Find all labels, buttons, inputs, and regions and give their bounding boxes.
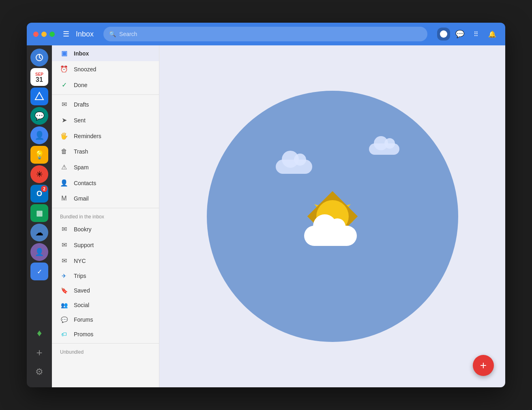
minimize-button[interactable] xyxy=(41,32,47,37)
sidebar-item-social[interactable]: 👥 Social xyxy=(52,298,159,312)
dock-item-profile[interactable]: 👤 xyxy=(30,243,48,261)
sidebar-item-done[interactable]: ✓ Done xyxy=(52,77,159,93)
search-icon: 🔍 xyxy=(109,31,116,37)
sidebar-item-reminders[interactable]: 🖐 Reminders xyxy=(52,128,159,144)
sidebar-label-snoozed: Snoozed xyxy=(74,66,96,73)
divider-3 xyxy=(52,343,159,344)
sidebar-label-done: Done xyxy=(74,82,87,88)
sidebar-label-saved: Saved xyxy=(74,287,90,294)
trips-icon: ✈ xyxy=(60,273,68,279)
sidebar-item-sent[interactable]: ➤ Sent xyxy=(52,112,159,128)
sidebar-label-trips: Trips xyxy=(74,273,86,279)
spam-icon: ⚠ xyxy=(60,163,68,171)
sidebar-label-support: Support xyxy=(74,242,94,248)
main-area: SEP 31 💬 👤 💡 ✳ O 2 ▦ ☁ 👤 ✓ ♦ xyxy=(27,45,505,387)
done-icon: ✓ xyxy=(60,81,68,89)
sidebar-label-reminders: Reminders xyxy=(74,133,101,139)
sidebar-label-social: Social xyxy=(74,302,89,308)
sidebar-item-support[interactable]: ✉ Support xyxy=(52,237,159,253)
close-button[interactable] xyxy=(33,32,39,37)
dock-item-cloud[interactable]: ☁ xyxy=(30,224,48,241)
toggle-dot xyxy=(440,30,447,38)
sidebar-item-contacts[interactable]: 👤 Contacts xyxy=(52,175,159,191)
sidebar-item-inbox[interactable]: ▣ Inbox xyxy=(52,45,159,61)
sidebar-item-saved[interactable]: 🔖 Saved xyxy=(52,283,159,298)
contacts-icon: 👤 xyxy=(60,179,68,187)
promos-icon: 🏷 xyxy=(60,331,68,337)
sidebar-item-bookry[interactable]: ✉ Bookry xyxy=(52,221,159,237)
sidebar-label-forums: Forums xyxy=(74,316,93,323)
divider-2 xyxy=(52,208,159,208)
compose-fab[interactable]: + xyxy=(473,355,494,376)
quote-icon-button[interactable]: 💬 xyxy=(453,28,466,41)
inbox-icon: ▣ xyxy=(60,49,68,57)
dock-item-sheets[interactable]: ▦ xyxy=(30,204,48,222)
dock-item-keep[interactable]: 💡 xyxy=(30,146,48,164)
titlebar-actions: 💬 ⠿ 🔔 xyxy=(437,28,499,41)
snoozed-icon: ⏰ xyxy=(60,65,68,73)
sun-group xyxy=(306,190,359,243)
grid-icon-button[interactable]: ⠿ xyxy=(470,28,483,41)
dock-item-photos[interactable]: ✳ xyxy=(30,165,48,183)
dock-item-settings[interactable]: ⚙ xyxy=(30,363,48,381)
gmail-icon: M xyxy=(60,195,68,202)
sidebar-item-drafts[interactable]: ✉ Drafts xyxy=(52,96,159,112)
sidebar-item-spam[interactable]: ⚠ Spam xyxy=(52,159,159,175)
sidebar-item-gmail[interactable]: M Gmail xyxy=(52,191,159,206)
sidebar-label-spam: Spam xyxy=(74,164,89,171)
cloud-left xyxy=(276,160,312,174)
page-title: Inbox xyxy=(76,30,94,38)
sidebar-item-promos[interactable]: 🏷 Promos xyxy=(52,327,159,342)
sidebar-item-trips[interactable]: ✈ Trips xyxy=(52,269,159,283)
reminders-icon: 🖐 xyxy=(60,132,68,140)
bookry-icon: ✉ xyxy=(60,225,68,233)
dock-item-meet[interactable]: 💬 xyxy=(30,107,48,125)
support-icon: ✉ xyxy=(60,241,68,249)
sidebar-label-promos: Promos xyxy=(74,331,93,337)
forums-icon: 💬 xyxy=(60,316,68,323)
bundled-section-label: Bundled in the inbox xyxy=(52,210,159,221)
dock-item-calendar[interactable]: SEP 31 xyxy=(30,68,48,86)
sidebar-label-nyc: NYC xyxy=(74,258,86,264)
trash-icon: 🗑 xyxy=(60,148,68,155)
sidebar: ▣ Inbox ⏰ Snoozed ✓ Done ✉ Drafts ➤ Sent xyxy=(52,45,159,387)
sidebar-label-contacts: Contacts xyxy=(74,180,96,186)
sidebar-label-bookry: Bookry xyxy=(74,226,92,233)
sidebar-item-trash[interactable]: 🗑 Trash xyxy=(52,144,159,159)
nyc-icon: ✉ xyxy=(60,257,68,265)
sidebar-item-forums[interactable]: 💬 Forums xyxy=(52,312,159,327)
notification-icon-button[interactable]: 🔔 xyxy=(486,28,499,41)
outlook-badge: 2 xyxy=(41,186,47,192)
dock-item-drive[interactable] xyxy=(30,88,48,105)
app-window: ☰ Inbox 🔍 Search 💬 ⠿ 🔔 xyxy=(27,23,505,387)
titlebar: ☰ Inbox 🔍 Search 💬 ⠿ 🔔 xyxy=(27,23,505,45)
sidebar-label-inbox: Inbox xyxy=(74,50,89,57)
dock-item-inbox[interactable] xyxy=(30,49,48,66)
content-area: + xyxy=(159,45,505,387)
sent-icon: ➤ xyxy=(60,116,68,124)
search-bar[interactable]: 🔍 Search xyxy=(103,27,427,41)
dock-item-gemstone[interactable]: ♦ xyxy=(30,324,48,342)
dock-item-outlook[interactable]: O 2 xyxy=(30,185,48,203)
sidebar-label-trash: Trash xyxy=(74,148,88,155)
weather-illustration xyxy=(207,91,458,342)
compose-icon: + xyxy=(480,359,487,372)
saved-icon: 🔖 xyxy=(60,287,68,294)
sidebar-label-gmail: Gmail xyxy=(74,195,89,202)
cloud-right xyxy=(369,143,399,155)
dock-item-add[interactable]: + xyxy=(30,344,48,361)
sidebar-item-snoozed[interactable]: ⏰ Snoozed xyxy=(52,61,159,77)
app-dock: SEP 31 💬 👤 💡 ✳ O 2 ▦ ☁ 👤 ✓ ♦ xyxy=(27,45,52,387)
search-placeholder: Search xyxy=(119,31,137,37)
dock-item-tasks[interactable]: ✓ xyxy=(30,263,48,280)
dock-item-contacts[interactable]: 👤 xyxy=(30,126,48,144)
hamburger-menu-icon[interactable]: ☰ xyxy=(63,30,69,38)
traffic-lights xyxy=(33,32,55,37)
unbundled-label: Unbundled xyxy=(52,345,159,357)
cloud-on-sun xyxy=(304,226,357,246)
social-icon: 👥 xyxy=(60,302,68,308)
dock-bottom-actions: ♦ + ⚙ xyxy=(30,324,48,384)
maximize-button[interactable] xyxy=(49,32,55,37)
dark-mode-toggle[interactable] xyxy=(437,28,450,41)
sidebar-item-nyc[interactable]: ✉ NYC xyxy=(52,253,159,269)
